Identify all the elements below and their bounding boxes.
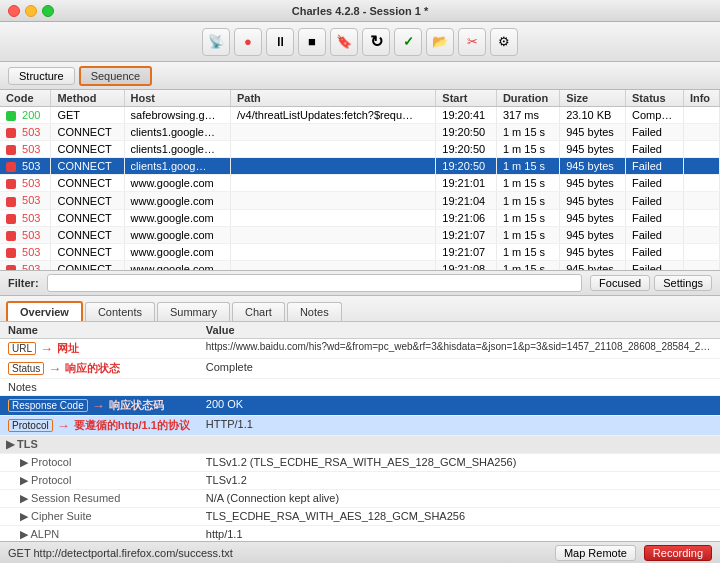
cell-code: 503 xyxy=(0,192,51,209)
table-row[interactable]: 200 GET safebrowsing.g… /v4/threatListUp… xyxy=(0,107,720,124)
detail-row: ▶ Session ResumedN/A (Connection kept al… xyxy=(0,490,720,508)
cell-host: www.google.com xyxy=(124,243,230,260)
cell-host: www.google.com xyxy=(124,192,230,209)
tab-contents[interactable]: Contents xyxy=(85,302,155,321)
tab-overview[interactable]: Overview xyxy=(6,301,83,321)
cell-host: clients1.google… xyxy=(124,141,230,158)
table-row[interactable]: 503 CONNECT clients1.google… 19:20:50 1 … xyxy=(0,124,720,141)
tab-summary[interactable]: Summary xyxy=(157,302,230,321)
table-row[interactable]: 503 CONNECT clients1.goog… 19:20:50 1 m … xyxy=(0,158,720,175)
cell-size: 945 bytes xyxy=(560,124,626,141)
pause-icon[interactable]: ⏸ xyxy=(266,28,294,56)
detail-header-row: Name Value xyxy=(0,322,720,339)
col-duration: Duration xyxy=(496,90,559,107)
tab-notes[interactable]: Notes xyxy=(287,302,342,321)
antenna-icon[interactable]: 📡 xyxy=(202,28,230,56)
filter-input[interactable] xyxy=(47,274,582,292)
detail-row: ▶ ProtocolTLSv1.2 xyxy=(0,472,720,490)
cell-info xyxy=(683,209,719,226)
cell-size: 945 bytes xyxy=(560,141,626,158)
proto-annotation: 要遵循的http/1.1的协议 xyxy=(74,418,190,433)
cell-code: 503 xyxy=(0,260,51,270)
recording-button[interactable]: Recording xyxy=(644,545,712,561)
cell-size: 23.10 KB xyxy=(560,107,626,124)
scissors-icon[interactable]: ✂ xyxy=(458,28,486,56)
cell-code: 503 xyxy=(0,158,51,175)
cell-method: CONNECT xyxy=(51,260,124,270)
cell-status: Failed xyxy=(626,226,684,243)
cell-duration: 1 m 15 s xyxy=(496,209,559,226)
cell-duration: 1 m 15 s xyxy=(496,124,559,141)
cell-info xyxy=(683,124,719,141)
cell-code: 200 xyxy=(0,107,51,124)
table-row[interactable]: 503 CONNECT www.google.com 19:21:08 1 m … xyxy=(0,260,720,270)
tls-row-value: TLS_ECDHE_RSA_WITH_AES_128_GCM_SHA256 xyxy=(198,508,720,526)
cell-code: 503 xyxy=(0,124,51,141)
cell-code: 503 xyxy=(0,175,51,192)
tls-row-value: TLSv1.2 xyxy=(198,472,720,490)
cell-code: 503 xyxy=(0,141,51,158)
protocol-key: Protocol → 要遵循的http/1.1的协议 xyxy=(0,416,198,436)
cell-info xyxy=(683,175,719,192)
settings-icon[interactable]: ⚙ xyxy=(490,28,518,56)
notes-value xyxy=(198,379,720,396)
table-row[interactable]: 503 CONNECT www.google.com 19:21:07 1 m … xyxy=(0,243,720,260)
cell-method: CONNECT xyxy=(51,192,124,209)
cell-status: Failed xyxy=(626,243,684,260)
cell-method: CONNECT xyxy=(51,226,124,243)
stop-icon[interactable]: ■ xyxy=(298,28,326,56)
cell-duration: 1 m 15 s xyxy=(496,243,559,260)
col-info: Info xyxy=(683,90,719,107)
cell-start: 19:20:50 xyxy=(436,141,497,158)
sequence-table: Code Method Host Path Start Duration Siz… xyxy=(0,90,720,270)
cell-start: 19:21:08 xyxy=(436,260,497,270)
cell-info xyxy=(683,158,719,175)
notes-key: Notes xyxy=(0,379,198,396)
bookmark-icon[interactable]: 🔖 xyxy=(330,28,358,56)
url-box-label: URL xyxy=(8,342,36,355)
maximize-button[interactable] xyxy=(42,5,54,17)
window-controls xyxy=(8,5,54,17)
cell-host: safebrowsing.g… xyxy=(124,107,230,124)
url-arrow: → xyxy=(40,341,53,356)
cell-method: CONNECT xyxy=(51,209,124,226)
table-row[interactable]: 503 CONNECT www.google.com 19:21:06 1 m … xyxy=(0,209,720,226)
cell-status: Failed xyxy=(626,175,684,192)
detail-row-response-code[interactable]: Response Code → 响应状态码 200 OK xyxy=(0,396,720,416)
cell-status: Failed xyxy=(626,260,684,270)
settings-button[interactable]: Settings xyxy=(654,275,712,291)
close-button[interactable] xyxy=(8,5,20,17)
url-annotation: 网址 xyxy=(57,341,79,356)
cell-duration: 1 m 15 s xyxy=(496,192,559,209)
map-remote-button[interactable]: Map Remote xyxy=(555,545,636,561)
tls-row-key: ▶ Protocol xyxy=(0,472,198,490)
url-value: https://www.baidu.com/his?wd=&from=pc_we… xyxy=(198,339,720,359)
table-row[interactable]: 503 CONNECT clients1.google… 19:20:50 1 … xyxy=(0,141,720,158)
cell-start: 19:20:50 xyxy=(436,124,497,141)
detail-row-protocol[interactable]: Protocol → 要遵循的http/1.1的协议 HTTP/1.1 xyxy=(0,416,720,436)
col-method: Method xyxy=(51,90,124,107)
detail-table: Name Value URL → 网址 https://www.baidu.co… xyxy=(0,322,720,541)
refresh-icon[interactable]: ↻ xyxy=(362,28,390,56)
cell-size: 945 bytes xyxy=(560,209,626,226)
focused-button[interactable]: Focused xyxy=(590,275,650,291)
tls-row-key: ▶ Cipher Suite xyxy=(0,508,198,526)
detail-row-url: URL → 网址 https://www.baidu.com/his?wd=&f… xyxy=(0,339,720,359)
cell-size: 945 bytes xyxy=(560,243,626,260)
import-icon[interactable]: 📂 xyxy=(426,28,454,56)
record-icon[interactable]: ● xyxy=(234,28,262,56)
detail-row: ▶ Cipher SuiteTLS_ECDHE_RSA_WITH_AES_128… xyxy=(0,508,720,526)
check-icon[interactable]: ✓ xyxy=(394,28,422,56)
cell-path xyxy=(230,226,435,243)
status-value: Complete xyxy=(198,359,720,379)
structure-view-button[interactable]: Structure xyxy=(8,67,75,85)
table-row[interactable]: 503 CONNECT www.google.com 19:21:07 1 m … xyxy=(0,226,720,243)
table-row[interactable]: 503 CONNECT www.google.com 19:21:04 1 m … xyxy=(0,192,720,209)
col-path: Path xyxy=(230,90,435,107)
col-host: Host xyxy=(124,90,230,107)
tab-chart[interactable]: Chart xyxy=(232,302,285,321)
minimize-button[interactable] xyxy=(25,5,37,17)
sequence-view-button[interactable]: Sequence xyxy=(79,66,153,86)
table-row[interactable]: 503 CONNECT www.google.com 19:21:01 1 m … xyxy=(0,175,720,192)
status-key: Status → 响应的状态 xyxy=(0,359,198,379)
